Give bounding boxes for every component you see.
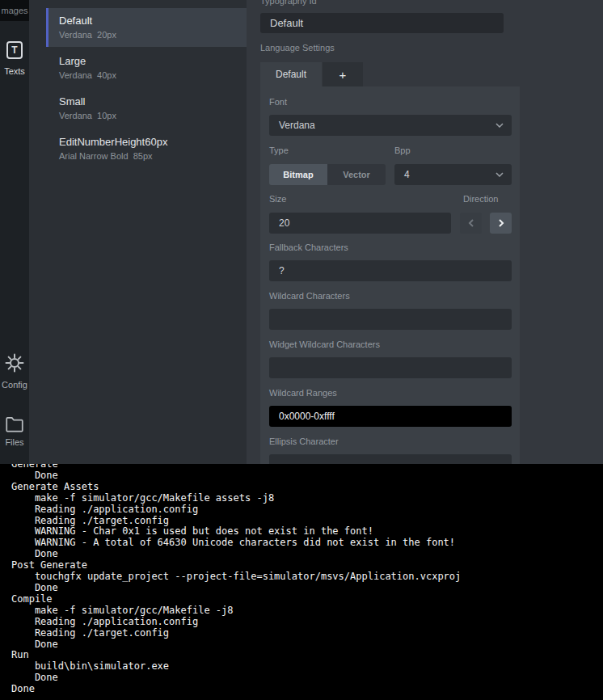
typography-editor: Typography Id Language Settings Default …	[247, 0, 603, 464]
typography-item-subtitle: Verdana 10px	[59, 111, 247, 120]
direction-label: Direction	[463, 194, 498, 204]
gear-icon[interactable]	[4, 352, 25, 373]
texts-icon[interactable]: T	[6, 41, 23, 59]
sidebar-item-texts[interactable]: Texts	[0, 66, 29, 76]
wildcard-ranges-input[interactable]	[269, 406, 512, 427]
font-select-value: Verdana	[279, 120, 315, 131]
size-label: Size	[269, 194, 286, 204]
vector-button[interactable]: Vector	[327, 164, 386, 185]
tab-default-label: Default	[276, 69, 306, 80]
chevron-down-icon	[495, 172, 504, 177]
sidebar-item-images-label: mages	[1, 6, 27, 15]
chevron-down-icon	[495, 123, 504, 128]
typography-id-input[interactable]	[260, 13, 504, 33]
widget-wildcard-characters-input[interactable]	[269, 357, 512, 378]
bitmap-button[interactable]: Bitmap	[269, 164, 327, 185]
type-segmented-control: Bitmap Vector	[269, 164, 386, 185]
plus-icon: +	[339, 68, 347, 82]
bpp-label: Bpp	[394, 145, 411, 155]
vector-button-label: Vector	[343, 170, 370, 179]
wildcard-ranges-label: Wildcard Ranges	[269, 388, 337, 398]
size-input[interactable]	[269, 213, 451, 234]
typography-item-title: Large	[59, 55, 247, 67]
typography-item-editnumberheight60px[interactable]: EditNumberHeight60px Arial Narrow Bold 8…	[46, 129, 247, 168]
ellipsis-character-label: Ellipsis Character	[269, 436, 339, 446]
build-console[interactable]: Generate Done Generate Assets make -f si…	[0, 464, 603, 700]
fallback-characters-label: Fallback Characters	[269, 242, 348, 252]
font-label: Font	[269, 97, 287, 107]
bpp-select[interactable]: 4	[394, 164, 512, 185]
typography-item-subtitle: Verdana 20px	[59, 30, 247, 40]
typography-item-small[interactable]: Small Verdana 10px	[46, 89, 247, 128]
fallback-characters-input[interactable]	[269, 260, 512, 281]
wildcard-characters-input[interactable]	[269, 309, 512, 330]
language-settings-panel: Font Verdana Type Bpp Bitmap Vector 4 Si…	[260, 86, 520, 464]
tab-default[interactable]: Default	[260, 62, 322, 86]
typography-item-large[interactable]: Large Verdana 40px	[46, 48, 247, 87]
bpp-select-value: 4	[404, 169, 410, 180]
chevron-left-icon	[467, 218, 475, 228]
typography-item-title: Default	[59, 15, 247, 27]
folder-icon[interactable]	[4, 414, 25, 435]
typography-list: Default Verdana 20px Large Verdana 40px …	[29, 0, 247, 464]
typography-item-title: Small	[59, 95, 247, 108]
nav-sidebar: mages T Texts Config Files	[0, 0, 29, 464]
sidebar-item-images[interactable]: mages	[0, 0, 29, 21]
widget-wildcard-characters-label: Widget Wildcard Characters	[269, 339, 380, 349]
typography-item-default[interactable]: Default Verdana 20px	[46, 8, 247, 47]
build-console-output: Generate Done Generate Assets make -f si…	[11, 464, 603, 695]
bitmap-button-label: Bitmap	[283, 170, 313, 179]
ellipsis-character-input[interactable]	[269, 454, 512, 464]
language-settings-label: Language Settings	[260, 43, 335, 53]
direction-right-button[interactable]	[490, 213, 512, 234]
typography-item-subtitle: Arial Narrow Bold 85px	[59, 151, 247, 161]
sidebar-item-files[interactable]: Files	[0, 437, 29, 447]
add-language-tab[interactable]: +	[323, 62, 363, 86]
font-select[interactable]: Verdana	[269, 115, 512, 136]
typography-item-subtitle: Verdana 40px	[59, 70, 247, 80]
wildcard-characters-label: Wildcard Characters	[269, 291, 350, 301]
typography-item-title: EditNumberHeight60px	[59, 136, 247, 148]
type-label: Type	[269, 145, 289, 155]
chevron-right-icon	[497, 218, 505, 228]
sidebar-item-config[interactable]: Config	[0, 380, 29, 390]
direction-left-button[interactable]	[460, 213, 482, 234]
typography-id-label: Typography Id	[260, 0, 317, 6]
